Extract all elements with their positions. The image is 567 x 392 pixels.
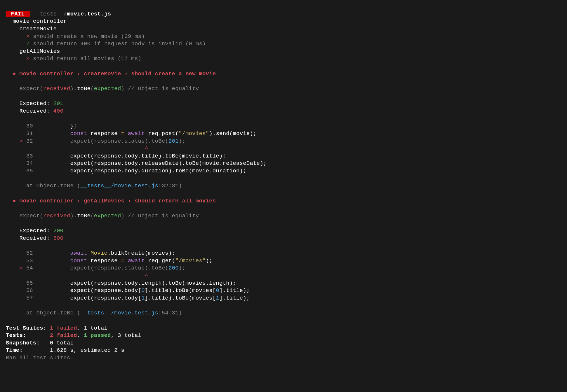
expected-label: Expected: — [19, 100, 53, 107]
code-text: ].title).toBe(movies[ — [145, 295, 216, 301]
code-text: expect( — [19, 85, 43, 92]
code-text: ( — [91, 85, 94, 92]
code-text: ). — [70, 213, 77, 219]
code-text: expect(response.body.length).toBe(movies… — [70, 280, 236, 286]
suite-group-createMovie: createMovie — [19, 26, 57, 32]
caret-icon: ^ — [145, 272, 148, 279]
line-number: 34 — [26, 160, 33, 167]
code-text: toBe — [152, 138, 165, 144]
test-time: (39 ms) — [121, 33, 145, 40]
failure-title: movie controller › getAllMovies › should… — [19, 198, 216, 204]
line-number: 35 — [26, 168, 33, 174]
code-text: ).send(movie); — [209, 130, 256, 137]
code-text: expect(response.body[ — [70, 287, 141, 294]
number-literal: 201 — [168, 138, 179, 144]
summary-tests-passed: 1 passed — [84, 332, 111, 339]
summary-time-label: Time: — [6, 347, 46, 354]
code-text: expect(response.body[ — [70, 295, 141, 301]
fail-mark-icon: ✕ — [26, 55, 30, 62]
stack-prefix: at Object.toBe ( — [26, 310, 81, 316]
stack-file: __tests__/movie.test.js — [80, 183, 158, 189]
code-text: ) — [121, 213, 125, 219]
line-number: 32 — [26, 138, 33, 144]
summary-tests-total: , 3 total — [111, 332, 141, 339]
received-label: Received: — [19, 108, 53, 114]
code-text: req.post( — [145, 130, 179, 137]
line-number: 30 — [26, 123, 33, 129]
code-gutter: | — [36, 145, 40, 152]
summary-suites-label: Test Suites: — [6, 325, 46, 331]
code-text: toBe — [77, 85, 91, 92]
suite-group-getAllMovies: getAllMovies — [19, 48, 60, 55]
received-value: 400 — [53, 108, 63, 114]
number-literal: 1 — [216, 295, 219, 301]
line-number: 55 — [26, 280, 33, 286]
identifier: Movie — [87, 250, 108, 256]
keyword: await — [128, 258, 145, 264]
code-text: expect(response.status). — [70, 265, 151, 271]
summary-suites-total: , 1 total — [77, 325, 107, 331]
number-literal: 0 — [216, 287, 219, 294]
code-text: req.get( — [145, 258, 175, 264]
summary-tests-label: Tests: — [6, 332, 46, 339]
failure-title: movie controller › createMovie › should … — [19, 71, 216, 77]
received-value: 500 — [53, 235, 63, 242]
test-name: should return 400 if request body is inv… — [33, 41, 182, 47]
pointer-icon: > — [19, 265, 23, 271]
code-text: }; — [70, 123, 77, 129]
stack-loc: :32:31) — [158, 183, 182, 189]
code-text: ].title); — [219, 295, 250, 301]
code-text: // Object.is equality — [124, 213, 199, 219]
code-text: ( — [91, 213, 94, 219]
line-number: 33 — [26, 153, 33, 159]
line-number: 52 — [26, 250, 33, 256]
suite-root: movie controller — [13, 18, 67, 24]
code-text: expect(response.body.releaseDate).toBe(m… — [70, 160, 267, 167]
code-text: ) — [121, 85, 125, 92]
expected-label: Expected: — [19, 228, 53, 234]
bullet-icon: ● — [13, 71, 16, 77]
bullet-icon: ● — [13, 198, 16, 204]
code-text: expected — [94, 213, 121, 219]
summary-tests-failed: 2 failed — [50, 332, 77, 339]
fail-badge: FAIL — [6, 11, 30, 17]
code-text: expect(response.status). — [70, 138, 151, 144]
string-literal: "/movies" — [175, 258, 206, 264]
number-literal: 200 — [168, 265, 179, 271]
line-number: 56 — [26, 287, 33, 294]
summary-time-value: 1.628 s, estimated 2 s — [50, 347, 124, 354]
code-text: received — [43, 85, 70, 92]
code-text: toBe — [77, 213, 91, 219]
stack-prefix: at Object.toBe ( — [26, 183, 81, 189]
pointer-icon: > — [19, 138, 23, 144]
operator: = — [121, 258, 128, 264]
code-text: response — [87, 130, 121, 137]
operator: = — [121, 130, 128, 137]
line-number: 54 — [26, 265, 33, 271]
expected-value: 200 — [53, 228, 63, 234]
summary-snapshots-label: Snapshots: — [6, 340, 46, 346]
code-text: response — [87, 258, 121, 264]
summary-snapshots-value: 0 total — [50, 340, 74, 346]
summary-sep: , — [77, 332, 84, 339]
expected-value: 201 — [53, 100, 63, 107]
received-label: Received: — [19, 235, 53, 242]
code-text: ].title); — [219, 287, 250, 294]
test-time: (9 ms) — [185, 41, 206, 47]
code-text: toBe — [152, 265, 165, 271]
stack-loc: :54:31) — [158, 310, 182, 316]
test-name: should create a new movie — [33, 33, 118, 40]
pass-mark-icon: ✓ — [26, 41, 30, 47]
test-file-name: movie.test.js — [67, 11, 111, 17]
fail-mark-icon: ✕ — [26, 33, 30, 40]
code-text: expect(response.body.duration).toBe(movi… — [70, 168, 246, 174]
code-text: received — [43, 213, 70, 219]
keyword: await — [70, 250, 87, 256]
line-number: 31 — [26, 130, 33, 137]
summary-suites-failed: 1 failed — [50, 325, 77, 331]
code-text: ( — [165, 138, 168, 144]
summary-ran: Ran all test suites. — [6, 355, 74, 361]
caret-icon: ^ — [145, 145, 148, 152]
code-text: ); — [179, 138, 185, 144]
code-text: .bulkCreate(movies); — [107, 250, 175, 256]
